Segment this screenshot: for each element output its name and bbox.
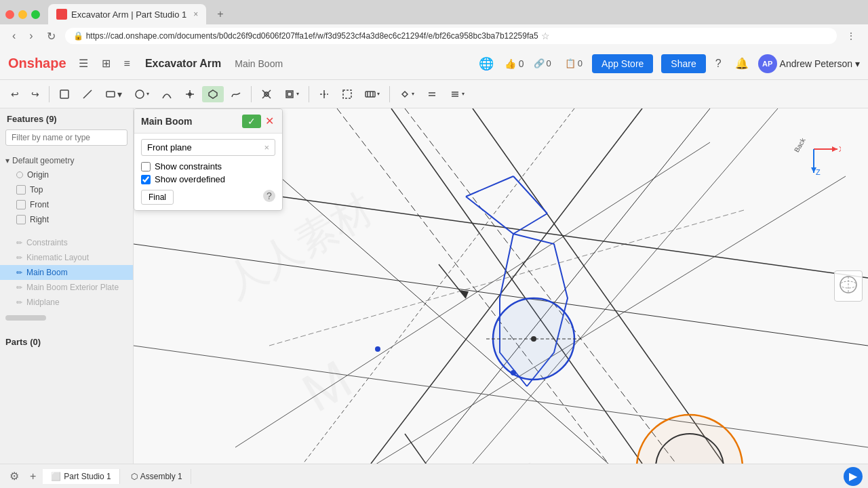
default-geometry-group: ▾ Default geometry Origin Top Front Righ… bbox=[0, 151, 133, 230]
default-geometry-header[interactable]: ▾ Default geometry bbox=[0, 154, 133, 167]
panel-help-icon[interactable]: ? bbox=[263, 190, 275, 202]
offset-tool[interactable]: ▾ bbox=[279, 86, 304, 102]
globe-button[interactable]: 🌐 bbox=[473, 54, 499, 74]
user-initials: AP bbox=[762, 60, 772, 68]
coordinate-axis: X Z Back bbox=[787, 122, 841, 179]
redo-button[interactable]: ↪ bbox=[26, 86, 45, 102]
forward-button[interactable]: › bbox=[25, 28, 37, 43]
plane-close-icon[interactable]: × bbox=[264, 142, 269, 152]
share-button[interactable]: Share bbox=[661, 54, 705, 73]
user-menu[interactable]: AP Andrew Peterson ▾ bbox=[758, 54, 860, 73]
exterior-label: Main Boom Exterior Plate bbox=[26, 283, 119, 292]
measure-tool[interactable]: ▾ bbox=[359, 86, 385, 102]
more-constraints-tool[interactable]: ▾ bbox=[444, 86, 470, 102]
rectangle-tool[interactable]: ▾ bbox=[100, 86, 127, 102]
add-tab-button[interactable]: + bbox=[26, 468, 40, 485]
address-input[interactable]: 🔒 https://cad.onshape.com/documents/b0dc… bbox=[65, 28, 837, 44]
help-button[interactable]: ? bbox=[711, 55, 726, 73]
undo-icon: ↩ bbox=[11, 89, 19, 100]
part-studio-label: Part Studio 1 bbox=[64, 472, 111, 481]
polygon-tool[interactable] bbox=[202, 86, 224, 102]
sidebar-item-midplane[interactable]: ✏ Midplane bbox=[0, 295, 133, 310]
show-overdefined-checkbox[interactable] bbox=[141, 175, 151, 184]
final-button[interactable]: Final bbox=[141, 190, 174, 205]
assembly-tab[interactable]: ⬡ Assembly 1 bbox=[123, 469, 191, 484]
settings-button[interactable]: ≡ bbox=[120, 55, 134, 73]
sidebar-scrollbar[interactable] bbox=[5, 315, 46, 321]
spline-tool[interactable] bbox=[225, 86, 247, 102]
sidebar-item-right[interactable]: Right bbox=[0, 212, 133, 227]
tab-close-btn[interactable]: × bbox=[193, 9, 198, 19]
copy-count: 0 bbox=[578, 58, 583, 68]
parts-header: Parts (0) bbox=[0, 331, 133, 350]
sidebar-item-top[interactable]: Top bbox=[0, 182, 133, 197]
svg-line-45 bbox=[405, 434, 446, 464]
left-sidebar: Features (9) ▾ Default geometry Origin T… bbox=[0, 108, 134, 464]
active-tab[interactable]: Excavator Arm | Part Studio 1 × bbox=[48, 4, 206, 24]
plane-label: Front plane bbox=[147, 142, 192, 152]
equal-tool[interactable] bbox=[421, 86, 443, 102]
show-overdefined-label: Show overdefined bbox=[155, 174, 225, 184]
svg-line-29 bbox=[235, 142, 710, 447]
more-options-button[interactable]: ⋮ bbox=[842, 29, 860, 43]
panel-cancel-button[interactable]: ✕ bbox=[264, 113, 275, 129]
sidebar-filter-input[interactable] bbox=[5, 129, 127, 146]
address-bar: ‹ › ↻ 🔒 https://cad.onshape.com/document… bbox=[0, 24, 868, 47]
panel-ok-button[interactable]: ✓ bbox=[242, 115, 261, 128]
linear-pattern-tool[interactable] bbox=[313, 86, 335, 102]
plane-selector[interactable]: Front plane × bbox=[141, 139, 275, 156]
line-tool[interactable] bbox=[77, 86, 98, 102]
3d-view-button[interactable] bbox=[834, 270, 863, 302]
traffic-light-red[interactable] bbox=[5, 10, 14, 19]
kinematic-label: Kinematic Layout bbox=[26, 253, 89, 262]
sidebar-item-constraints[interactable]: ✏ Constraints bbox=[0, 235, 133, 250]
grid-button[interactable]: ⊞ bbox=[98, 54, 115, 73]
sidebar-item-origin[interactable]: Origin bbox=[0, 167, 133, 182]
redo-icon: ↪ bbox=[31, 89, 39, 100]
onshape-logo[interactable]: Onshape bbox=[8, 56, 66, 71]
show-constraints-checkbox[interactable] bbox=[141, 162, 151, 171]
hamburger-menu[interactable]: ☰ bbox=[75, 54, 92, 73]
link-count: 0 bbox=[547, 58, 551, 68]
group-chevron: ▾ bbox=[5, 156, 9, 165]
constraint-tool[interactable]: ▾ bbox=[394, 86, 420, 102]
trim-tool[interactable] bbox=[256, 86, 277, 102]
panel-body: Front plane × Show constraints Show over… bbox=[134, 134, 282, 210]
undo-button[interactable]: ↩ bbox=[5, 86, 24, 102]
sidebar-item-kinematic[interactable]: ✏ Kinematic Layout bbox=[0, 250, 133, 265]
point-tool[interactable] bbox=[179, 86, 201, 102]
like-button[interactable]: 👍 0 bbox=[505, 58, 524, 69]
sidebar-item-front[interactable]: Front bbox=[0, 197, 133, 212]
front-icon bbox=[16, 200, 26, 209]
origin-icon bbox=[16, 171, 23, 178]
arc-tool[interactable] bbox=[156, 86, 178, 102]
select-tool[interactable] bbox=[54, 86, 75, 102]
svg-line-49 bbox=[513, 176, 547, 214]
back-label: Back bbox=[793, 136, 807, 154]
svg-text:M: M bbox=[292, 348, 361, 423]
new-tab[interactable]: + bbox=[209, 4, 231, 24]
refresh-button[interactable]: ↻ bbox=[43, 28, 60, 44]
sidebar-item-exterior-plate[interactable]: ✏ Main Boom Exterior Plate bbox=[0, 280, 133, 295]
bottom-settings-button[interactable]: ⚙ bbox=[5, 467, 23, 485]
appstore-button[interactable]: App Store bbox=[592, 54, 653, 73]
link-count-area: 🔗 0 bbox=[530, 56, 555, 71]
canvas-area[interactable]: Main Boom ✓ ✕ Front plane × Show constra… bbox=[134, 108, 868, 464]
bookmark-icon[interactable]: ☆ bbox=[541, 30, 550, 41]
construction-tool[interactable] bbox=[336, 86, 358, 102]
svg-text:M: M bbox=[489, 450, 558, 464]
panel-header: Main Boom ✓ ✕ bbox=[134, 109, 282, 134]
svg-marker-7 bbox=[209, 90, 217, 98]
part-studio-tab[interactable]: ⬜ Part Studio 1 bbox=[43, 469, 119, 484]
sidebar-item-main-boom[interactable]: ✏ Main Boom bbox=[0, 265, 133, 280]
traffic-light-green[interactable] bbox=[31, 10, 40, 19]
back-button[interactable]: ‹ bbox=[8, 28, 20, 43]
notifications-button[interactable]: 🔔 bbox=[731, 54, 753, 73]
part-studio-icon: ⬜ bbox=[51, 472, 61, 481]
origin-label: Origin bbox=[27, 170, 49, 180]
circle-tool[interactable]: ▾ bbox=[129, 86, 155, 102]
next-button[interactable]: ▶ bbox=[844, 467, 863, 486]
traffic-light-yellow[interactable] bbox=[18, 10, 27, 19]
main-boom-icon: ✏ bbox=[16, 268, 22, 277]
lock-icon: 🔒 bbox=[73, 31, 83, 41]
